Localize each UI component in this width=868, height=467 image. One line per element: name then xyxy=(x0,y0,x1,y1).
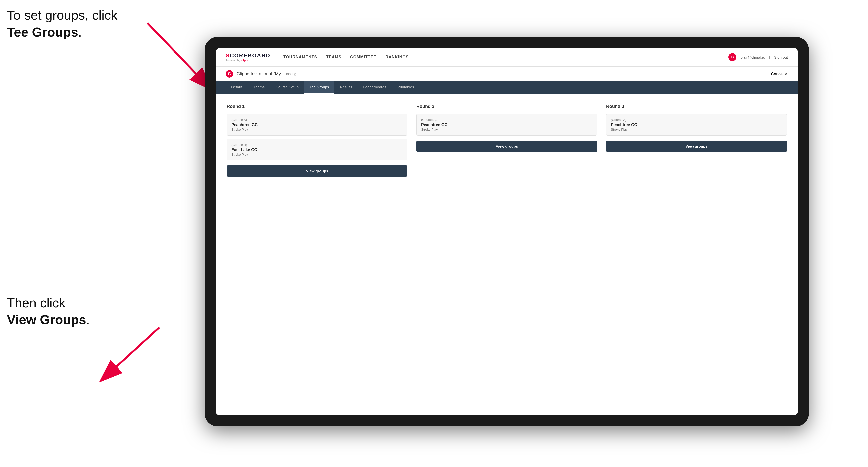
instruction-bottom-line1: Then click xyxy=(7,295,65,310)
instruction-bottom: Then click View Groups. xyxy=(7,294,90,328)
tournament-title: Clippd Invitational (My xyxy=(237,71,281,76)
instruction-top-period: . xyxy=(78,25,82,39)
tab-teams[interactable]: Teams xyxy=(248,81,270,94)
round-1-view-groups-button[interactable]: View groups xyxy=(227,165,407,177)
round-1-title: Round 1 xyxy=(227,104,407,109)
logo-text: SCOREBOARD xyxy=(226,53,270,59)
round-2-column: Round 2 (Course A) Peachtree GC Stroke P… xyxy=(416,104,597,177)
round-2-course-a-card: (Course A) Peachtree GC Stroke Play xyxy=(416,114,597,135)
tab-leaderboards[interactable]: Leaderboards xyxy=(358,81,392,94)
instruction-top-bold: Tee Groups xyxy=(7,25,78,39)
instruction-bottom-bold: View Groups xyxy=(7,312,86,327)
nav-links: TOURNAMENTS TEAMS COMMITTEE RANKINGS xyxy=(283,54,729,60)
round-1-course-b-card: (Course B) East Lake GC Stroke Play xyxy=(227,138,407,160)
navbar: SCOREBOARD Powered by clippt TOURNAMENTS… xyxy=(216,48,798,67)
nav-separator: | xyxy=(769,55,770,59)
arrow-view-groups-icon xyxy=(87,320,174,390)
round-1-course-a-name: Peachtree GC xyxy=(231,123,403,127)
nav-right: B blair@clippd.io | Sign out xyxy=(728,53,788,61)
tab-printables[interactable]: Printables xyxy=(392,81,420,94)
tournament-bar: C Clippd Invitational (My Hosting Cancel… xyxy=(216,67,798,81)
round-1-course-b-name: East Lake GC xyxy=(231,148,403,152)
logo-c: S xyxy=(226,53,230,59)
nav-tournaments[interactable]: TOURNAMENTS xyxy=(283,54,317,60)
user-email: blair@clippd.io xyxy=(740,55,765,59)
round-1-course-a-label: (Course A) xyxy=(231,118,403,122)
logo-area: SCOREBOARD Powered by clippt xyxy=(226,53,270,62)
round-2-course-a-name: Peachtree GC xyxy=(421,123,592,127)
round-1-column: Round 1 (Course A) Peachtree GC Stroke P… xyxy=(227,104,407,177)
round-2-view-groups-button[interactable]: View groups xyxy=(416,141,597,152)
tablet-screen: SCOREBOARD Powered by clippt TOURNAMENTS… xyxy=(216,48,798,415)
svg-line-1 xyxy=(147,23,210,88)
cancel-x-icon: ✕ xyxy=(785,72,788,76)
hosting-badge: Hosting xyxy=(284,72,296,76)
nav-teams[interactable]: TEAMS xyxy=(326,54,341,60)
logo-powered: Powered by clippt xyxy=(226,59,270,62)
round-3-course-a-name: Peachtree GC xyxy=(611,123,782,127)
round-1-course-b-format: Stroke Play xyxy=(231,153,403,156)
tab-course-setup[interactable]: Course Setup xyxy=(270,81,304,94)
instruction-top: To set groups, click Tee Groups. xyxy=(7,7,117,41)
nav-rankings[interactable]: RANKINGS xyxy=(385,54,409,60)
nav-committee[interactable]: COMMITTEE xyxy=(350,54,376,60)
tournament-icon: C xyxy=(226,70,233,77)
round-3-course-a-format: Stroke Play xyxy=(611,128,782,131)
sign-out-link[interactable]: Sign out xyxy=(774,55,788,59)
round-3-view-groups-button[interactable]: View groups xyxy=(606,141,787,152)
round-1-course-a-format: Stroke Play xyxy=(231,128,403,131)
round-2-title: Round 2 xyxy=(416,104,597,109)
round-3-course-a-label: (Course A) xyxy=(611,118,782,122)
round-2-course-a-label: (Course A) xyxy=(421,118,592,122)
tab-results[interactable]: Results xyxy=(334,81,358,94)
round-1-course-b-label: (Course B) xyxy=(231,143,403,147)
svg-line-3 xyxy=(102,328,159,380)
avatar: B xyxy=(728,53,737,61)
cancel-button[interactable]: Cancel ✕ xyxy=(771,72,788,76)
round-3-column: Round 3 (Course A) Peachtree GC Stroke P… xyxy=(606,104,787,177)
main-content: Round 1 (Course A) Peachtree GC Stroke P… xyxy=(216,94,798,415)
tournament-name: C Clippd Invitational (My Hosting xyxy=(226,70,296,77)
round-3-title: Round 3 xyxy=(606,104,787,109)
logo-powered-brand: clippt xyxy=(241,59,248,62)
round-1-course-a-card: (Course A) Peachtree GC Stroke Play xyxy=(227,114,407,135)
tablet-device: SCOREBOARD Powered by clippt TOURNAMENTS… xyxy=(205,37,809,426)
instruction-top-line1: To set groups, click xyxy=(7,8,117,23)
tab-tee-groups[interactable]: Tee Groups xyxy=(304,81,335,94)
tab-details[interactable]: Details xyxy=(226,81,248,94)
round-2-course-a-format: Stroke Play xyxy=(421,128,592,131)
subnav: Details Teams Course Setup Tee Groups Re… xyxy=(216,81,798,94)
logo-rest: COREBOARD xyxy=(230,53,270,59)
round-3-course-a-card: (Course A) Peachtree GC Stroke Play xyxy=(606,114,787,135)
rounds-container: Round 1 (Course A) Peachtree GC Stroke P… xyxy=(227,104,787,177)
